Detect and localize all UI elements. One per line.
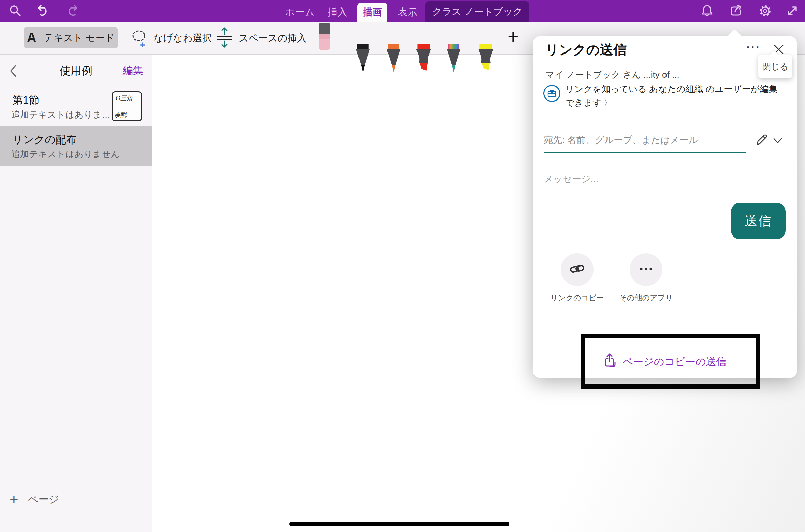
organization-icon <box>543 85 560 102</box>
page-thumbnail: O三角 余割. <box>112 91 142 121</box>
page-subtitle: 追加テキストはありません <box>11 148 120 160</box>
page-title: リンクの配布 <box>12 133 77 147</box>
text-mode-label: テキスト モード <box>44 31 115 44</box>
text-mode-a-icon: A <box>27 30 36 45</box>
insert-space-label: スペースの挿入 <box>239 32 307 45</box>
search-icon[interactable] <box>8 4 23 18</box>
undo-icon[interactable] <box>35 4 50 18</box>
tab-view[interactable]: 表示 <box>398 6 418 19</box>
tab-insert[interactable]: 挿入 <box>328 6 348 19</box>
insert-space-button[interactable]: スペースの挿入 <box>215 22 307 55</box>
onenote-app: ホーム 挿入 描画 表示 クラス ノートブック <box>0 0 805 532</box>
sidebar-footer: + ページ <box>0 487 152 514</box>
insert-space-icon <box>215 27 234 50</box>
dialog-subtitle: マイ ノートブック さん ...ity of ... <box>545 69 679 81</box>
thumbnail-handwriting: O三角 <box>116 94 133 102</box>
annotation-highlight-box <box>581 334 760 389</box>
recipient-input[interactable] <box>544 128 746 152</box>
sidebar-header: 使用例 編集 <box>0 55 152 87</box>
page-title: 第1節 <box>12 93 39 107</box>
red-marker-icon[interactable] <box>415 44 433 75</box>
page-list-sidebar: 使用例 編集 第1節 追加テキストはありま… O三角 余割. リンクの配布 追加… <box>0 55 152 532</box>
eraser-tool-icon[interactable] <box>317 23 332 52</box>
toolbar-divider <box>303 28 303 48</box>
settings-icon[interactable] <box>758 4 772 18</box>
add-page-label: ページ <box>28 492 59 506</box>
recipient-field-wrap <box>544 128 746 153</box>
orange-pen-icon[interactable] <box>385 44 402 75</box>
dialog-title: リンクの送信 <box>545 41 627 59</box>
chevron-down-icon[interactable] <box>773 137 783 145</box>
top-app-bar: ホーム 挿入 描画 表示 クラス ノートブック <box>0 0 805 22</box>
lasso-label: なげなわ選択 <box>153 32 212 45</box>
redo-icon[interactable] <box>65 4 80 18</box>
share-link-dialog: リンクの送信 … マイ ノートブック さん ...ity of ... 閉じる … <box>533 36 797 378</box>
ellipsis-icon <box>638 261 654 278</box>
black-pen-icon[interactable] <box>354 44 372 75</box>
pencil-icon[interactable] <box>754 133 769 148</box>
bell-icon[interactable] <box>700 4 714 18</box>
more-apps-label: その他のアプリ <box>609 293 684 303</box>
close-tooltip: 閉じる <box>758 55 792 78</box>
yellow-highlighter-icon[interactable] <box>477 44 495 75</box>
copy-link-button[interactable] <box>561 253 594 286</box>
edit-button[interactable]: 編集 <box>123 55 143 87</box>
more-apps-button[interactable] <box>630 253 662 286</box>
page-list-item-selected[interactable]: リンクの配布 追加テキストはありません <box>0 126 152 166</box>
lasso-select-button[interactable]: なげなわ選択 <box>130 22 212 55</box>
add-page-button[interactable]: + ページ <box>10 492 59 507</box>
link-icon <box>569 261 585 278</box>
tab-class-notebook[interactable]: クラス ノートブック <box>425 1 529 22</box>
home-indicator[interactable] <box>289 522 509 526</box>
plus-icon: + <box>10 492 18 507</box>
toolbar-divider <box>342 28 342 48</box>
thumbnail-handwriting: 余割. <box>114 111 128 119</box>
send-button[interactable]: 送信 <box>731 203 786 239</box>
tooltip-label: 閉じる <box>762 61 788 72</box>
share-icon[interactable] <box>729 4 743 18</box>
tab-class-notebook-label: クラス ノートブック <box>432 5 523 18</box>
copy-link-label: リンクのコピー <box>540 293 615 303</box>
permission-text: リンクを知っている あなたの組織 のユーザーが編集できます <box>565 84 777 108</box>
tab-home[interactable]: ホーム <box>285 6 315 19</box>
page-subtitle: 追加テキストはありま… <box>11 109 111 121</box>
text-mode-button[interactable]: A テキスト モード <box>24 27 118 48</box>
page-list-item[interactable]: 第1節 追加テキストはありま… O三角 余割. <box>0 87 152 126</box>
tab-draw-selected[interactable]: 描画 <box>357 3 387 22</box>
lasso-icon <box>130 28 149 48</box>
link-permission-row[interactable]: リンクを知っている あなたの組織 のユーザーが編集できます〉 <box>565 82 786 109</box>
rainbow-pen-icon[interactable] <box>445 44 463 75</box>
add-pen-button[interactable]: + <box>508 26 519 48</box>
fullscreen-icon[interactable] <box>785 4 800 18</box>
tab-draw-label: 描画 <box>363 6 382 19</box>
more-options-icon[interactable]: … <box>745 34 762 51</box>
chevron-right-icon: 〉 <box>603 97 612 108</box>
